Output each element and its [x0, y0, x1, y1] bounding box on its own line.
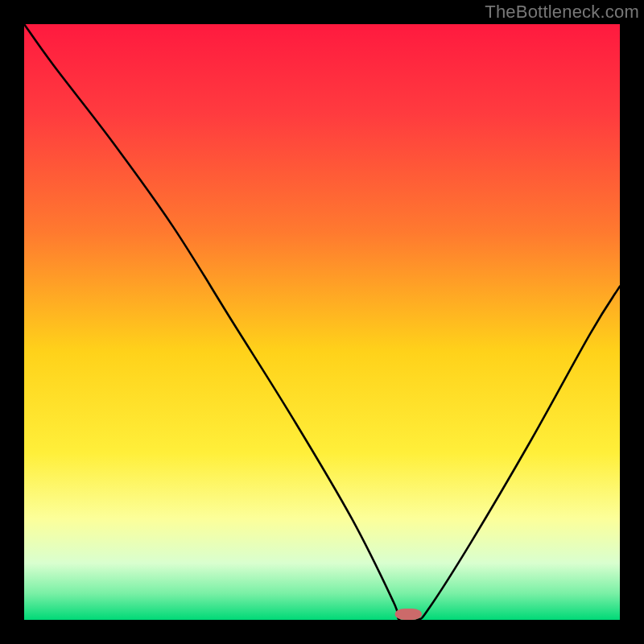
gradient-background [24, 24, 620, 620]
plot-area [24, 24, 620, 620]
chart-frame: TheBottleneck.com [0, 0, 644, 644]
chart-svg [24, 24, 620, 620]
watermark-text: TheBottleneck.com [485, 2, 639, 23]
optimal-marker [395, 609, 422, 620]
